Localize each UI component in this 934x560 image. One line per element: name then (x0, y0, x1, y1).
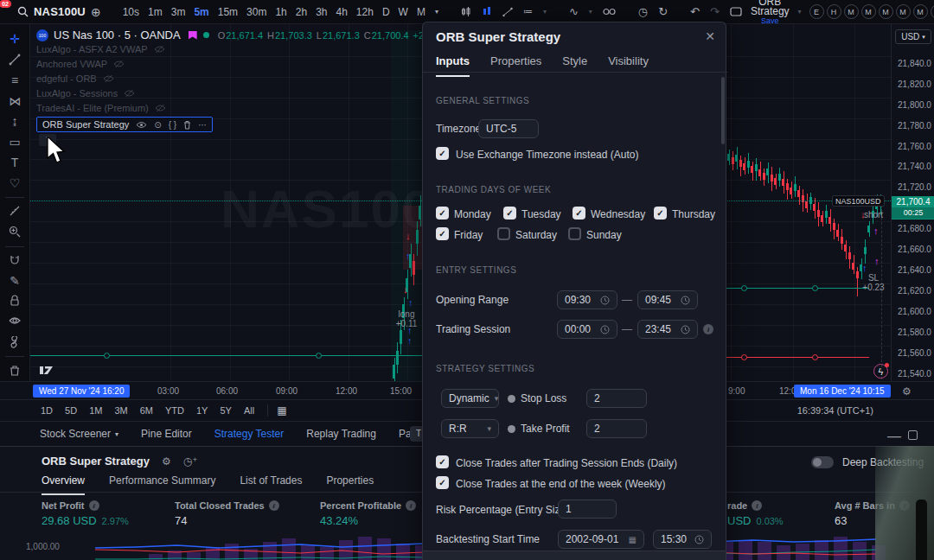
day-checkbox-tuesday[interactable]: ✓ (503, 207, 516, 220)
opening-range-from-input[interactable]: 09:30 (557, 290, 617, 309)
source-code-icon[interactable]: { } (169, 120, 176, 130)
day-checkbox-wednesday[interactable]: ✓ (573, 207, 585, 220)
day-checkbox-sunday[interactable] (568, 227, 581, 240)
fib-retracement-icon[interactable]: ≡ (4, 71, 25, 91)
range-1M[interactable]: 1M (83, 405, 108, 416)
trading-session-to-input[interactable]: 23:45 (637, 320, 698, 339)
flag-icon[interactable] (189, 31, 197, 40)
interval-2h[interactable]: 2h (291, 6, 311, 18)
user-circle-4[interactable]: M (879, 4, 893, 19)
stop-loss-value-input[interactable]: 2 (586, 389, 647, 408)
range-1Y[interactable]: 1Y (190, 405, 214, 416)
delete-icon[interactable] (183, 120, 191, 130)
undo-icon[interactable]: ↶ (685, 5, 705, 18)
symbol-search-button[interactable]: NAS100U (34, 5, 86, 18)
info-icon[interactable]: i (752, 500, 762, 511)
dialog-tab-visibility[interactable]: Visibility (608, 54, 649, 77)
alert-clock-icon[interactable]: ◷ (633, 5, 653, 18)
range-1D[interactable]: 1D (35, 405, 59, 416)
more-icon[interactable]: ⋯ (198, 120, 207, 130)
trash-icon[interactable] (4, 360, 25, 380)
interval-1h[interactable]: 1h (271, 6, 291, 18)
tab-pine-editor[interactable]: Pine Editor (141, 428, 192, 440)
line-tools-icon[interactable] (497, 7, 518, 17)
indicator-templates-icon[interactable]: ≔ (518, 6, 538, 17)
hide-drawings-icon[interactable] (4, 312, 25, 332)
day-checkbox-monday[interactable]: ✓ (436, 207, 449, 220)
symbol-legend-row[interactable]: 100 US Nas 100 · 5 · OANDA O21,671.4H21,… (36, 29, 471, 41)
day-checkbox-saturday[interactable] (497, 227, 510, 240)
tab-strategy-tester[interactable]: Strategy Tester (214, 428, 284, 440)
line-handle[interactable] (741, 354, 747, 360)
long-position-icon[interactable]: ↨ (4, 111, 25, 131)
price-scale[interactable]: USD▾ 21,840.021,820.021,800.021,780.021,… (891, 24, 934, 381)
measure-icon[interactable] (4, 201, 25, 221)
take-profit-mode-select[interactable]: R:R▾ (441, 419, 499, 438)
exchange-timezone-checkbox[interactable]: ✓ (436, 147, 449, 160)
interval-5m[interactable]: 5m (189, 6, 213, 18)
info-icon[interactable]: i (89, 500, 99, 511)
info-icon[interactable]: i (703, 324, 713, 334)
interval-D[interactable]: D (378, 6, 394, 18)
chevron-down-icon[interactable]: ▾ (584, 8, 598, 16)
chevron-down-icon[interactable]: ▾ (538, 8, 552, 16)
instant-trade-icon[interactable]: ϟ (873, 364, 888, 379)
tester-settings-gear-icon[interactable]: ⚙ (162, 455, 171, 468)
layout-save-link[interactable]: Save (751, 16, 790, 26)
interval-3h[interactable]: 3h (311, 6, 331, 18)
info-icon[interactable]: i (406, 500, 416, 511)
user-circle-3[interactable]: M (861, 4, 876, 19)
maximize-panel-icon[interactable] (908, 428, 918, 443)
settings-icon[interactable]: ⊙ (154, 120, 161, 130)
backtesting-time-input[interactable]: 15:30 (653, 530, 712, 549)
user-circle-1[interactable]: H (827, 4, 841, 19)
chart-style-icon[interactable] (456, 6, 477, 17)
indicator-row-4[interactable]: TradesAI - Elite (Premium) (36, 101, 471, 115)
range-YTD[interactable]: YTD (159, 405, 190, 416)
interval-12h[interactable]: 12h (352, 6, 378, 18)
range-3M[interactable]: 3M (108, 405, 133, 416)
close-daily-checkbox[interactable]: ✓ (436, 455, 449, 468)
interval-1m[interactable]: 1m (144, 6, 167, 18)
eye-icon[interactable] (136, 121, 147, 129)
strategy-legend-row[interactable]: ORB Super Strategy ⊙ { } ⋯ (36, 117, 213, 132)
trend-line-icon[interactable] (4, 50, 25, 70)
symbol-title[interactable]: US Nas 100 · 5 · OANDA (54, 29, 181, 41)
interval-chevron-icon[interactable]: ▾ (430, 8, 444, 16)
axis-settings-gear-icon[interactable]: ⚙ (902, 385, 912, 398)
take-profit-value-input[interactable]: 2 (586, 419, 647, 438)
range-All[interactable]: All (238, 405, 260, 416)
go-to-date-icon[interactable]: ▦ (267, 404, 286, 417)
indicators-icon[interactable]: ∿ (564, 5, 584, 18)
risk-percentage-input[interactable]: 1 (558, 500, 617, 519)
deep-backtesting-toggle[interactable] (811, 456, 834, 468)
indicator-row-3[interactable]: LuxAlgo - Sessions (36, 86, 471, 100)
magnet-icon[interactable] (4, 251, 25, 270)
zoom-in-icon[interactable] (4, 222, 25, 242)
line-handle[interactable] (741, 285, 747, 291)
user-circle-5[interactable]: M (896, 4, 911, 19)
interval-3m[interactable]: 3m (167, 6, 190, 18)
range-5D[interactable]: 5D (59, 405, 83, 416)
bar-replay-icon[interactable]: ↻ (653, 5, 673, 18)
timezone-select[interactable]: UTC-5 (478, 119, 539, 138)
tab-stock-screener[interactable]: Stock Screener▾ (40, 428, 118, 440)
compare-icon[interactable] (477, 6, 497, 17)
line-handle[interactable] (316, 353, 322, 359)
info-icon[interactable]: i (269, 500, 279, 511)
dialog-tab-properties[interactable]: Properties (490, 54, 541, 77)
add-symbol-icon[interactable]: ⊕ (86, 5, 106, 19)
lock-icon[interactable] (4, 291, 25, 311)
dialog-scrollbar[interactable] (721, 77, 725, 144)
rectangle-icon[interactable]: ▭ (4, 132, 25, 152)
user-circle-7[interactable]: M (931, 4, 934, 19)
interval-M[interactable]: M (413, 6, 430, 18)
interval-4h[interactable]: 4h (331, 6, 351, 18)
xabcd-pattern-icon[interactable]: ⋈ (4, 91, 25, 111)
opening-range-to-input[interactable]: 09:45 (637, 290, 698, 309)
position-line-2[interactable] (726, 357, 869, 358)
crosshair-icon[interactable]: ✛ (4, 29, 25, 49)
user-circle-6[interactable]: M (913, 4, 928, 19)
layout-menu[interactable]: ORB Strategy Save (751, 0, 790, 26)
drawing-lock-icon[interactable]: ✎ (4, 270, 25, 290)
